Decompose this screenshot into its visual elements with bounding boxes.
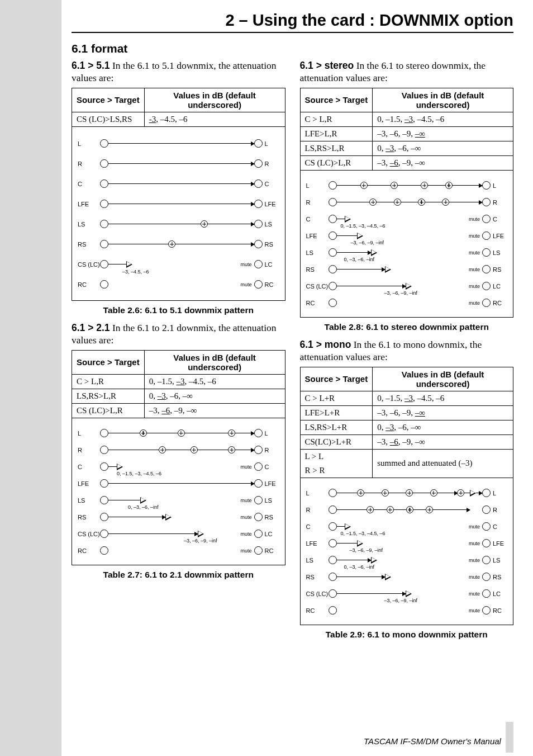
caption-27: Table 2.7: 6.1 to 2.1 downmix pattern xyxy=(72,570,285,580)
page-content: 2 – Using the card : DOWNMIX option 6.1 … xyxy=(61,0,533,646)
diagram-29: LL RR CmuteC 0, –1.5, –3, –4.5, –6 LFEmu… xyxy=(300,478,514,625)
amp-icon xyxy=(126,261,132,268)
page-footer: TASCAM IF-SM/DM Owner's Manual 9 xyxy=(364,731,513,748)
table-28: Source > TargetValues in dB (default und… xyxy=(300,88,514,171)
chapter-title: 2 – Using the card : DOWNMIX option xyxy=(72,11,513,33)
t26-r0-src: CS (LC)>LS,RS xyxy=(72,112,145,126)
lead-61-51: 6.1 > 5.1 xyxy=(72,60,110,71)
section-title: 6.1 format xyxy=(72,42,513,55)
manual-name: TASCAM IF-SM/DM Owner's Manual xyxy=(364,736,501,746)
th-val: Values in dB (default underscored) xyxy=(144,88,285,112)
para-61-mono: 6.1 > mono In the 6.1 to mono downmix, t… xyxy=(300,339,514,363)
t26-r0-val: -3, –4.5, –6 xyxy=(144,112,285,126)
table-27: Source > TargetValues in dB (default und… xyxy=(72,350,285,418)
footer-tab xyxy=(506,722,513,753)
diagram-27: LL RR CmuteC 0, –1.5, –3, –4.5, –6 LFELF… xyxy=(72,418,285,565)
page-side-bar xyxy=(0,0,61,756)
table-29: Source > TargetValues in dB (default und… xyxy=(300,367,514,478)
para-61-51: 6.1 > 5.1 In the 6.1 to 5.1 downmix, the… xyxy=(72,60,285,84)
caption-26: Table 2.6: 6.1 to 5.1 downmix pattern xyxy=(72,305,285,315)
right-column: 6.1 > stereo In the 6.1 to stereo downmi… xyxy=(300,60,514,646)
table-26: Source > Target Values in dB (default un… xyxy=(72,88,285,127)
diagram-26: LL RR CC LFELFE LSLS RSRS CS (LC) muteLC… xyxy=(72,127,285,301)
caption-28: Table 2.8: 6.1 to stereo downmix pattern xyxy=(300,322,514,332)
th-src: Source > Target xyxy=(72,88,145,112)
left-column: 6.1 > 5.1 In the 6.1 to 5.1 downmix, the… xyxy=(72,60,285,646)
para-61-st: 6.1 > stereo In the 6.1 to stereo downmi… xyxy=(300,60,514,84)
caption-29: Table 2.9: 6.1 to mono downmix pattern xyxy=(300,630,514,640)
para-61-21: 6.1 > 2.1 In the 6.1 to 2.1 downmix, the… xyxy=(72,322,285,347)
diagram-28: LL RR CmuteC 0, –1.5, –3, –4.5, –6 LFEmu… xyxy=(300,171,514,318)
